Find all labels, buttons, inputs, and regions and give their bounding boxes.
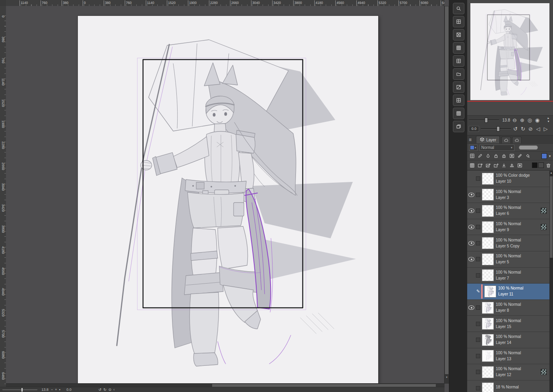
nav-sub-button-2[interactable]: ▾: [545, 120, 551, 123]
material-panel-button-5[interactable]: [453, 95, 464, 106]
create-layer-mask-button[interactable]: [516, 162, 523, 169]
reset-view-button[interactable]: ⊙: [108, 388, 112, 392]
palette-color-combo[interactable]: ▾: [469, 145, 478, 151]
layer-thumbnail[interactable]: [482, 205, 494, 217]
layer-checkbox[interactable]: [475, 338, 481, 342]
lock-layer-button[interactable]: [492, 153, 499, 160]
layer-checkbox[interactable]: [475, 305, 481, 310]
layer-menu-button[interactable]: ≡: [469, 136, 474, 143]
layer-thumbnail[interactable]: [482, 269, 494, 281]
layer-row[interactable]: 100 % NormalLayer 5 Copy: [467, 235, 549, 251]
layer-checkbox[interactable]: [475, 273, 481, 278]
layer-visibility-toggle[interactable]: [468, 257, 475, 261]
scroll-up-icon[interactable]: ▲: [549, 172, 553, 174]
material-panel-button-4[interactable]: [453, 55, 464, 67]
layer-thumbnail[interactable]: [482, 253, 494, 265]
layer-color-expand[interactable]: ▾: [548, 153, 552, 160]
draw-to-layer-button[interactable]: [476, 153, 483, 160]
nav-flip-reset-button[interactable]: ▷: [543, 126, 549, 132]
nav-rotate-ccw-button[interactable]: ↺: [512, 126, 518, 132]
redo-button[interactable]: ↻: [103, 388, 106, 392]
layer-checkbox[interactable]: [475, 370, 481, 374]
layer-row[interactable]: 100 % NormalLayer 7: [467, 268, 549, 284]
layer-checkbox[interactable]: [475, 257, 481, 261]
canvas-vertical-scrollbar-thumb[interactable]: [445, 6, 449, 374]
new-raster-layer-button[interactable]: [476, 162, 483, 169]
edit-panel-button[interactable]: [453, 81, 464, 93]
ruler-button[interactable]: [516, 153, 523, 160]
layer-color-swatch[interactable]: [541, 153, 547, 159]
cloud-tab-icon[interactable]: [501, 137, 511, 143]
layer-row[interactable]: ✎100 % NormalLayer 11: [467, 284, 549, 300]
fill-settings-button[interactable]: [524, 153, 531, 160]
layer-list-scrollbar[interactable]: ▲: [549, 171, 553, 392]
status-zoom-out-button[interactable]: −: [51, 388, 53, 392]
layer-thumbnail[interactable]: [482, 366, 494, 378]
status-zoom-slider[interactable]: [2, 390, 37, 390]
background-color-swatch[interactable]: [538, 162, 544, 168]
status-zoom-slider-handle[interactable]: [21, 388, 23, 392]
new-vector-layer-button[interactable]: [484, 162, 491, 169]
undo-button[interactable]: ↺: [99, 388, 102, 392]
layer-thumbnail[interactable]: [482, 173, 494, 185]
subview-panel-button[interactable]: [453, 3, 464, 14]
layer-checkbox[interactable]: [475, 241, 481, 245]
layer-checkbox[interactable]: [475, 225, 481, 229]
layer-checkbox[interactable]: [475, 386, 481, 390]
layer-checkbox[interactable]: [475, 193, 481, 197]
enable-mask-button[interactable]: [508, 153, 515, 160]
canvas-viewport[interactable]: [6, 6, 445, 384]
blend-droplet-button[interactable]: [484, 153, 491, 160]
canvas-page[interactable]: [78, 16, 378, 384]
lock-transparent-pixels-button[interactable]: [500, 153, 507, 160]
layer-thumbnail[interactable]: [482, 237, 494, 249]
layer-row[interactable]: 100 % NormalLayer 12: [467, 364, 549, 380]
nav-zoom-slider[interactable]: [469, 120, 499, 121]
foreground-color-swatch[interactable]: [532, 162, 538, 168]
navigator-preview[interactable]: [470, 3, 549, 100]
cloud-sync-tab-icon[interactable]: [512, 137, 522, 143]
layer-row[interactable]: 100 % NormalLayer 5: [467, 251, 549, 268]
scroll-down-icon[interactable]: ▼: [445, 375, 449, 380]
layer-visibility-toggle[interactable]: [468, 209, 475, 213]
nav-flip-horizontal-button[interactable]: ◁: [535, 126, 541, 132]
stack-panel-button[interactable]: [453, 121, 464, 132]
layer-thumbnail[interactable]: [484, 286, 496, 297]
layer-visibility-toggle[interactable]: [468, 241, 475, 245]
layer-row[interactable]: 100 % NormalLayer 3: [467, 187, 549, 203]
status-zoom-in-button[interactable]: +: [55, 388, 57, 392]
layer-list-scrollbar-thumb[interactable]: [550, 176, 553, 258]
layer-checkbox[interactable]: [475, 209, 481, 213]
layer-row[interactable]: 100 % NormalLayer 6: [467, 203, 549, 219]
layer-thumbnail[interactable]: [482, 334, 494, 346]
layer-visibility-toggle[interactable]: [468, 193, 475, 197]
layer-visibility-toggle[interactable]: [468, 305, 475, 310]
layer-checkbox[interactable]: [475, 176, 481, 181]
blend-mode-select[interactable]: Normal ▾: [480, 145, 514, 151]
layer-row[interactable]: 100 % NormalLayer 9: [467, 219, 549, 236]
layer-thumbnail[interactable]: [482, 302, 494, 314]
layer-thumbnail[interactable]: [482, 350, 494, 362]
canvas-horizontal-scrollbar-thumb[interactable]: [212, 384, 436, 387]
collapse-button[interactable]: ‹: [113, 388, 114, 392]
nav-zoom-out-button[interactable]: ⊖: [512, 117, 518, 123]
merge-with-lower-button[interactable]: [508, 162, 515, 169]
material-panel-button-1[interactable]: [453, 16, 464, 27]
nav-rotate-reset-button[interactable]: ⊘: [528, 126, 534, 132]
material-panel-button-6[interactable]: [453, 108, 464, 119]
nav-fit-button[interactable]: ◉: [534, 117, 540, 123]
layer-row[interactable]: 100 % Color dodgeLayer 10: [467, 171, 549, 187]
layer-thumbnail[interactable]: [482, 221, 494, 233]
nav-rotation-slider[interactable]: [481, 128, 511, 129]
delete-layer-button[interactable]: [545, 162, 552, 169]
layer-checkbox[interactable]: [475, 322, 481, 326]
tab-layer[interactable]: Layer: [476, 136, 500, 143]
layer-row[interactable]: 100 % NormalLayer 13: [467, 348, 549, 365]
nav-rotate-cw-button[interactable]: ↻: [520, 126, 526, 132]
nav-zoom-slider-handle[interactable]: [485, 118, 488, 123]
layer-row[interactable]: 100 % NormalLayer 15: [467, 316, 549, 332]
layer-visibility-toggle[interactable]: [468, 225, 475, 229]
layer-row[interactable]: 18 % Normal: [467, 380, 549, 392]
layer-row[interactable]: 100 % NormalLayer 14: [467, 332, 549, 348]
nav-zoom-in-button[interactable]: ⊕: [519, 117, 525, 123]
